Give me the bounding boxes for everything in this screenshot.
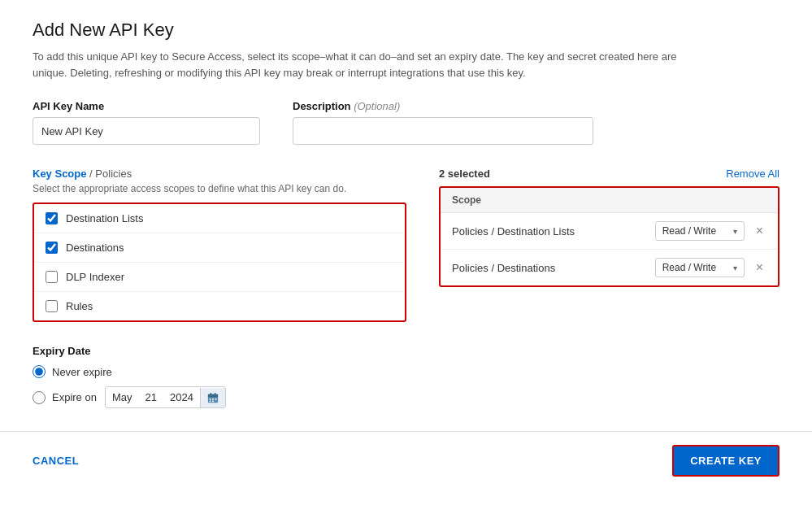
description-label: Description (Optional) xyxy=(293,100,593,112)
expire-on-option[interactable]: Expire on May 21 2024 xyxy=(33,386,779,408)
never-expire-option[interactable]: Never expire xyxy=(33,365,779,378)
api-key-name-input[interactable] xyxy=(33,117,260,145)
page-description: To add this unique API key to Secure Acc… xyxy=(33,49,699,81)
scope-checkbox-list: Destination Lists Destinations DLP Index… xyxy=(33,203,406,322)
expiry-title: Expiry Date xyxy=(33,345,779,357)
scope-header: Key Scope / Policies Select the appropri… xyxy=(33,168,406,194)
scope-item-destination-lists[interactable]: Destination Lists xyxy=(34,204,405,233)
never-expire-label: Never expire xyxy=(52,366,112,378)
selected-scopes-table: Scope Policies / Destination Lists Read … xyxy=(439,186,779,287)
api-key-name-group: API Key Name xyxy=(33,100,260,145)
selected-row-label: Policies / Destinations xyxy=(452,262,647,274)
svg-rect-1 xyxy=(208,394,218,397)
permission-value-2: Read / Write xyxy=(662,262,716,273)
svg-rect-3 xyxy=(215,392,216,395)
remove-row-button-1[interactable]: × xyxy=(753,224,766,237)
description-input[interactable] xyxy=(293,117,593,145)
scope-item-label: Destination Lists xyxy=(66,212,143,224)
table-row: Policies / Destination Lists Read / Writ… xyxy=(441,213,778,250)
create-key-button[interactable]: CREATE KEY xyxy=(672,445,779,477)
cancel-button[interactable]: CANCEL xyxy=(33,455,79,467)
scope-item-destinations[interactable]: Destinations xyxy=(34,233,405,263)
selected-row-label: Policies / Destination Lists xyxy=(452,225,647,237)
checkbox-rules[interactable] xyxy=(46,300,58,312)
scope-item-label: DLP Indexer xyxy=(66,271,124,283)
checkbox-dlp-indexer[interactable] xyxy=(46,271,58,283)
scope-item-label: Destinations xyxy=(66,242,124,254)
expire-on-label: Expire on xyxy=(52,391,97,403)
table-row: Policies / Destinations Read / Write ▾ × xyxy=(441,250,778,285)
scope-left-panel: Key Scope / Policies Select the appropri… xyxy=(33,168,406,322)
selected-table-header: Scope xyxy=(441,188,778,213)
key-scope-link[interactable]: Key Scope xyxy=(33,168,86,180)
page-title: Add New API Key xyxy=(33,20,779,41)
optional-text: (Optional) xyxy=(354,100,400,112)
date-year: 2024 xyxy=(163,387,200,407)
scope-right-panel: 2 selected Remove All Scope Policies / D… xyxy=(439,168,779,322)
form-fields-row: API Key Name Description (Optional) xyxy=(33,100,779,145)
checkbox-destination-lists[interactable] xyxy=(46,212,58,224)
svg-rect-2 xyxy=(210,392,211,395)
svg-rect-6 xyxy=(215,398,217,399)
scope-item-rules[interactable]: Rules xyxy=(34,292,405,320)
svg-rect-7 xyxy=(210,400,211,402)
selected-count: 2 selected xyxy=(439,168,490,180)
remove-row-button-2[interactable]: × xyxy=(753,261,766,274)
date-month: May xyxy=(106,387,139,407)
footer: CANCEL CREATE KEY xyxy=(0,431,812,490)
selected-header: 2 selected Remove All xyxy=(439,168,779,180)
permission-dropdown-1[interactable]: Read / Write ▾ xyxy=(655,221,745,241)
permission-dropdown-2[interactable]: Read / Write ▾ xyxy=(655,258,745,277)
calendar-icon[interactable] xyxy=(200,388,225,407)
svg-rect-8 xyxy=(212,400,214,402)
scope-item-dlp-indexer[interactable]: DLP Indexer xyxy=(34,263,405,292)
scope-title: Key Scope / Policies xyxy=(33,168,406,180)
remove-all-button[interactable]: Remove All xyxy=(726,168,779,180)
svg-rect-4 xyxy=(210,398,211,399)
svg-rect-5 xyxy=(212,398,214,399)
date-picker[interactable]: May 21 2024 xyxy=(105,386,226,408)
expiry-radio-group: Never expire Expire on May 21 2024 xyxy=(33,365,779,408)
scope-section-name: Policies xyxy=(95,168,132,180)
permission-value-1: Read / Write xyxy=(662,225,716,237)
scope-item-label: Rules xyxy=(66,300,93,312)
checkbox-destinations[interactable] xyxy=(46,242,58,254)
date-day: 21 xyxy=(138,387,163,407)
dropdown-arrow-icon-2: ▾ xyxy=(733,264,737,272)
dropdown-arrow-icon-1: ▾ xyxy=(733,227,737,236)
key-scope-section: Key Scope / Policies Select the appropri… xyxy=(33,168,779,322)
scope-description: Select the appropriate access scopes to … xyxy=(33,183,406,194)
api-key-name-label: API Key Name xyxy=(33,100,260,112)
calendar-svg xyxy=(207,392,219,403)
never-expire-radio[interactable] xyxy=(33,365,46,378)
expire-on-radio[interactable] xyxy=(33,391,46,404)
description-group: Description (Optional) xyxy=(293,100,593,145)
expiry-section: Expiry Date Never expire Expire on May 2… xyxy=(33,345,779,408)
